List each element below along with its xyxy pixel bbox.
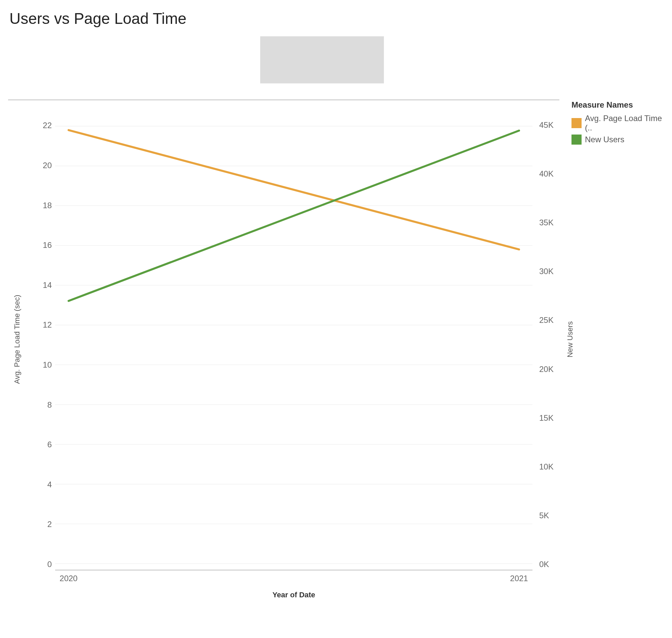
x-tick: 2021 — [510, 574, 528, 583]
y-right-tick: 20K — [539, 365, 554, 374]
y-right-axis-label: New Users — [566, 321, 574, 357]
plot-area — [55, 100, 533, 570]
y-left-tick: 20 — [38, 161, 52, 170]
x-tick: 2020 — [59, 574, 77, 583]
chart-lines-svg — [55, 100, 533, 570]
legend-swatch — [571, 118, 582, 128]
y-left-tick: 18 — [38, 201, 52, 210]
chart-title: Users vs Page Load Time — [10, 10, 187, 28]
y-right-tick: 40K — [539, 169, 554, 179]
y-left-tick: 10 — [38, 360, 52, 370]
chart-container: Avg. Page Load Time (sec) New Users Year… — [8, 100, 553, 595]
legend: Measure Names Avg. Page Load Time (..New… — [571, 100, 666, 147]
placeholder-box — [260, 36, 384, 83]
y-left-tick: 22 — [38, 121, 52, 130]
y-left-tick: 2 — [38, 520, 52, 529]
legend-item[interactable]: Avg. Page Load Time (.. — [571, 114, 666, 133]
series-line — [69, 130, 519, 250]
y-right-tick: 10K — [539, 462, 554, 471]
legend-title: Measure Names — [571, 100, 666, 110]
y-left-tick: 0 — [38, 560, 52, 569]
y-right-tick: 35K — [539, 218, 554, 228]
series-line — [69, 131, 519, 301]
legend-label: Avg. Page Load Time (.. — [585, 114, 666, 133]
y-left-tick: 16 — [38, 240, 52, 250]
y-right-tick: 45K — [539, 120, 554, 130]
x-axis-label: Year of Date — [272, 591, 315, 599]
y-left-tick: 14 — [38, 281, 52, 290]
y-left-tick: 12 — [38, 320, 52, 330]
y-right-tick: 5K — [539, 511, 549, 520]
y-right-tick: 25K — [539, 316, 554, 325]
y-right-tick: 0K — [539, 560, 549, 569]
y-left-tick: 8 — [38, 400, 52, 410]
y-left-tick: 6 — [38, 440, 52, 449]
legend-swatch — [571, 135, 582, 145]
y-left-axis-label: Avg. Page Load Time (sec) — [13, 295, 21, 384]
y-right-tick: 15K — [539, 413, 554, 423]
legend-label: New Users — [585, 135, 624, 144]
y-right-tick: 30K — [539, 267, 554, 276]
y-left-tick: 4 — [38, 480, 52, 489]
legend-item[interactable]: New Users — [571, 135, 666, 145]
